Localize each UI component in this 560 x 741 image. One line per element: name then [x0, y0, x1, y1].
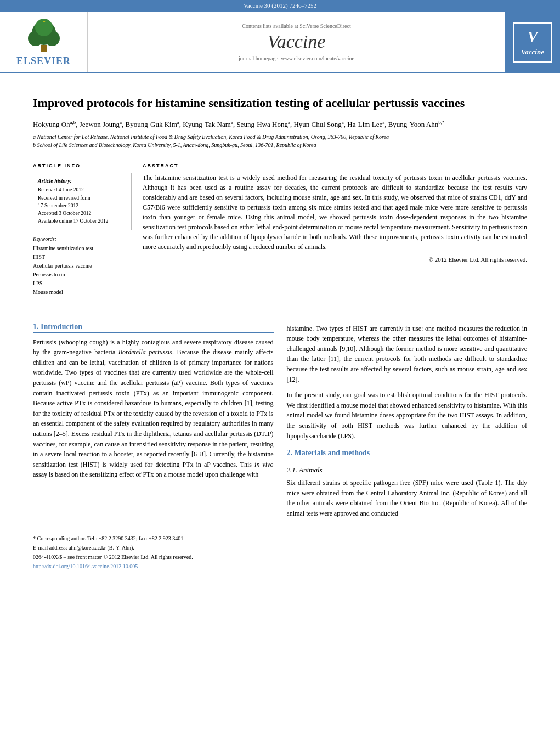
- sciverse-line: Contents lists available at SciVerse Sci…: [242, 23, 351, 29]
- intro-section: 1. Introduction Pertussis (whooping coug…: [33, 323, 274, 480]
- accepted-date: Accepted 3 October 2012: [38, 210, 127, 217]
- keywords-section: Keywords: Histamine sensitization test H…: [33, 236, 132, 297]
- content-area: Improved protocols for histamine sensiti…: [0, 73, 560, 583]
- authors-text: Hokyung Oha,b, Jeewon Jounga, Byoung-Guk…: [33, 120, 444, 128]
- top-bar: Vaccine 30 (2012) 7246–7252: [0, 0, 560, 11]
- article-info-label: ARTICLE INFO: [33, 163, 132, 168]
- article-history-title: Article history:: [38, 178, 127, 184]
- body-right-col: histamine. Two types of HIST are current…: [287, 312, 528, 519]
- keywords-list: Histamine sensitization test HIST Acellu…: [33, 244, 132, 297]
- article-info-box: Article history: Received 4 June 2012 Re…: [33, 173, 132, 230]
- intro-p1: Pertussis (whooping cough) is a highly c…: [33, 337, 274, 480]
- materials-heading: 2. Materials and methods: [287, 449, 528, 459]
- journal-name: Vaccine: [268, 31, 326, 52]
- vaccine-logo-inner: V Vaccine: [513, 22, 552, 63]
- body-left-col: 1. Introduction Pertussis (whooping coug…: [33, 312, 274, 519]
- svg-text:✦: ✦: [42, 20, 45, 24]
- elsevier-tree-icon: ✦: [16, 18, 71, 53]
- keyword-6: Mouse model: [33, 288, 132, 297]
- animals-subheading: 2.1. Animals: [287, 466, 528, 474]
- info-abstract-section: ARTICLE INFO Article history: Received 4…: [33, 163, 527, 296]
- elsevier-logo-section: ✦ ELSEVIER: [0, 12, 88, 72]
- copyright: © 2012 Elsevier Ltd. All rights reserved…: [143, 256, 527, 263]
- intro-p3: In the present study, our goal was to es…: [287, 390, 528, 441]
- left-column: ARTICLE INFO Article history: Received 4…: [33, 163, 132, 296]
- intro-p2: histamine. Two types of HIST are current…: [287, 324, 528, 385]
- volume-info: Vaccine 30 (2012) 7246–7252: [244, 2, 316, 9]
- keyword-3: Acellular pertussis vaccine: [33, 262, 132, 270]
- footnote-email: E-mail address: ahn@korea.ac.kr (B.-Y. A…: [33, 544, 527, 552]
- keyword-4: Pertussis toxin: [33, 270, 132, 279]
- footnote-issn: 0264-410X/$ – see front matter © 2012 El…: [33, 553, 527, 561]
- abstract-label: ABSTRACT: [143, 163, 527, 168]
- available-date: Available online 17 October 2012: [38, 217, 127, 225]
- footnote-doi: http://dx.doi.org/10.1016/j.vaccine.2012…: [33, 563, 527, 570]
- affiliations: a National Center for Lot Release, Natio…: [33, 133, 527, 149]
- article-title: Improved protocols for histamine sensiti…: [33, 95, 527, 111]
- abstract-text: The histamine sensitization test is a wi…: [143, 173, 527, 252]
- materials-section: 2. Materials and methods 2.1. Animals Si…: [287, 449, 528, 518]
- keywords-title: Keywords:: [33, 236, 132, 242]
- received-date: Received 4 June 2012: [38, 186, 127, 194]
- right-column: ABSTRACT The histamine sensitization tes…: [143, 163, 527, 296]
- animals-text: Six different strains of specific pathog…: [287, 478, 528, 518]
- affiliation-b: b School of Life Sciences and Biotechnol…: [33, 141, 527, 149]
- elsevier-text: ELSEVIER: [16, 55, 71, 67]
- revised-date: 17 September 2012: [38, 202, 127, 210]
- homepage-line: journal homepage: www.elsevier.com/locat…: [239, 55, 354, 61]
- keyword-5: LPS: [33, 279, 132, 288]
- content-divider: [33, 306, 527, 306]
- vaccine-logo-section: V Vaccine: [505, 12, 560, 72]
- footnote-corresponding: * Corresponding author. Tel.: +82 2 3290…: [33, 535, 527, 542]
- keyword-2: HIST: [33, 253, 132, 262]
- affiliation-a: a National Center for Lot Release, Natio…: [33, 133, 527, 141]
- body-columns: 1. Introduction Pertussis (whooping coug…: [33, 312, 527, 519]
- journal-center: Contents lists available at SciVerse Sci…: [88, 12, 505, 72]
- received-revised-label: Received in revised form: [38, 194, 127, 202]
- journal-header: ✦ ELSEVIER Contents lists available at S…: [0, 11, 560, 73]
- svg-rect-0: [41, 45, 47, 52]
- authors-line: Hokyung Oha,b, Jeewon Jounga, Byoung-Guk…: [33, 119, 527, 130]
- intro-heading: 1. Introduction: [33, 323, 274, 333]
- keyword-1: Histamine sensitization test: [33, 244, 132, 253]
- footnote-area: * Corresponding author. Tel.: +82 2 3290…: [33, 530, 527, 570]
- doi-link[interactable]: http://dx.doi.org/10.1016/j.vaccine.2012…: [33, 563, 138, 569]
- header-divider: [33, 157, 527, 157]
